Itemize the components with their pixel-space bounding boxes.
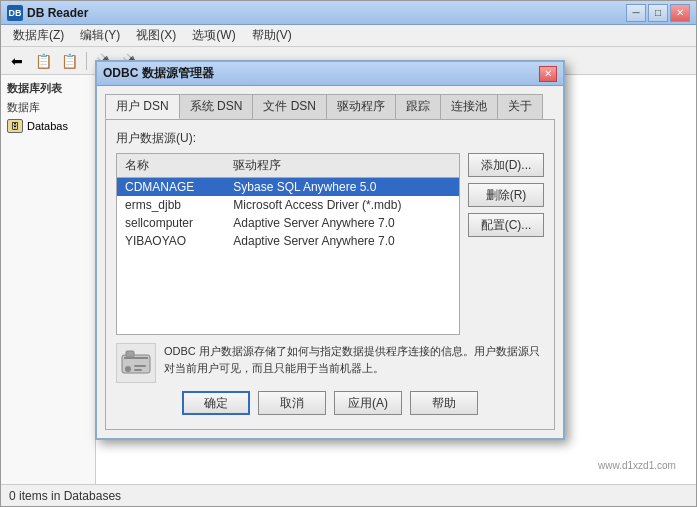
sidebar-label: 数据库列表 <box>1 79 95 98</box>
table-header-row: 名称 驱动程序 <box>117 154 459 178</box>
dialog-body: 用户 DSN 系统 DSN 文件 DSN 驱动程序 跟踪 连接池 关于 用户数据… <box>97 86 563 438</box>
info-section: ODBC 用户数据源存储了如何与指定数据提供程序连接的信息。用户数据源只对当前用… <box>116 343 544 383</box>
info-description: ODBC 用户数据源存储了如何与指定数据提供程序连接的信息。用户数据源只对当前用… <box>164 343 544 376</box>
row-driver: Adaptive Server Anywhere 7.0 <box>225 214 459 232</box>
col-name: 名称 <box>117 154 225 178</box>
section-label: 用户数据源(U): <box>116 130 544 147</box>
row-name: erms_djbb <box>117 196 225 214</box>
dsn-table-container: 名称 驱动程序 CDMANAGE Sybase SQL Anywhere 5.0 <box>116 153 460 335</box>
toolbar-btn-1[interactable]: ⬅ <box>5 50 29 72</box>
row-driver: Adaptive Server Anywhere 7.0 <box>225 232 459 250</box>
close-button[interactable]: ✕ <box>670 4 690 22</box>
tab-file-dsn[interactable]: 文件 DSN <box>252 94 327 119</box>
cancel-button[interactable]: 取消 <box>258 391 326 415</box>
sidebar-section: 数据库 <box>1 98 95 117</box>
tab-content: 用户数据源(U): 名称 驱动程序 <box>105 119 555 430</box>
tab-bar: 用户 DSN 系统 DSN 文件 DSN 驱动程序 跟踪 连接池 关于 <box>105 94 555 119</box>
svg-rect-2 <box>124 357 148 359</box>
add-button[interactable]: 添加(D)... <box>468 153 544 177</box>
info-icon <box>116 343 156 383</box>
toolbar-separator <box>86 52 87 70</box>
tab-system-dsn[interactable]: 系统 DSN <box>179 94 254 119</box>
row-name: YIBAOYAO <box>117 232 225 250</box>
watermark: www.d1xzd1.com <box>577 445 697 485</box>
row-name: CDMANAGE <box>117 178 225 197</box>
dialog-title: ODBC 数据源管理器 <box>103 65 539 82</box>
svg-rect-1 <box>126 351 134 357</box>
tab-user-dsn[interactable]: 用户 DSN <box>105 94 180 119</box>
row-name: sellcomputer <box>117 214 225 232</box>
watermark-text: www.d1xzd1.com <box>598 460 676 471</box>
sidebar-item-label: Databas <box>27 120 68 132</box>
row-driver: Sybase SQL Anywhere 5.0 <box>225 178 459 197</box>
configure-button[interactable]: 配置(C)... <box>468 213 544 237</box>
apply-button[interactable]: 应用(A) <box>334 391 402 415</box>
tab-connection-pool[interactable]: 连接池 <box>440 94 498 119</box>
tab-tracing[interactable]: 跟踪 <box>395 94 441 119</box>
tab-about[interactable]: 关于 <box>497 94 543 119</box>
menu-view[interactable]: 视图(X) <box>128 25 184 46</box>
dialog-title-bar: ODBC 数据源管理器 ✕ <box>97 62 563 86</box>
odbc-dialog: ODBC 数据源管理器 ✕ 用户 DSN 系统 DSN 文件 DSN 驱动程序 … <box>95 60 565 440</box>
table-row[interactable]: sellcomputer Adaptive Server Anywhere 7.… <box>117 214 459 232</box>
menu-bar: 数据库(Z) 编辑(Y) 视图(X) 选项(W) 帮助(V) <box>1 25 696 47</box>
table-row[interactable]: erms_djbb Microsoft Access Driver (*.mdb… <box>117 196 459 214</box>
maximize-button[interactable]: □ <box>648 4 668 22</box>
status-text: 0 items in Databases <box>9 489 121 503</box>
app-icon: DB <box>7 5 23 21</box>
ok-button[interactable]: 确定 <box>182 391 250 415</box>
dsn-table: 名称 驱动程序 CDMANAGE Sybase SQL Anywhere 5.0 <box>117 154 459 250</box>
window-controls: ─ □ ✕ <box>626 4 690 22</box>
database-icon: 🗄 <box>7 119 23 133</box>
window-title: DB Reader <box>27 6 622 20</box>
menu-options[interactable]: 选项(W) <box>184 25 243 46</box>
bottom-buttons: 确定 取消 应用(A) 帮助 <box>116 383 544 419</box>
dialog-overlay: ODBC 数据源管理器 ✕ 用户 DSN 系统 DSN 文件 DSN 驱动程序 … <box>95 60 565 440</box>
help-button[interactable]: 帮助 <box>410 391 478 415</box>
tab-drivers[interactable]: 驱动程序 <box>326 94 396 119</box>
toolbar-btn-3[interactable]: 📋 <box>57 50 81 72</box>
svg-point-3 <box>125 366 131 372</box>
sidebar-item-database[interactable]: 🗄 Databas <box>1 117 95 135</box>
row-driver: Microsoft Access Driver (*.mdb) <box>225 196 459 214</box>
sidebar: 数据库列表 数据库 🗄 Databas <box>1 75 96 484</box>
table-row[interactable]: YIBAOYAO Adaptive Server Anywhere 7.0 <box>117 232 459 250</box>
title-bar: DB DB Reader ─ □ ✕ <box>1 1 696 25</box>
svg-rect-4 <box>134 365 146 367</box>
menu-edit[interactable]: 编辑(Y) <box>72 25 128 46</box>
dialog-close-button[interactable]: ✕ <box>539 66 557 82</box>
toolbar-btn-2[interactable]: 📋 <box>31 50 55 72</box>
status-bar: 0 items in Databases <box>1 484 696 506</box>
minimize-button[interactable]: ─ <box>626 4 646 22</box>
menu-database[interactable]: 数据库(Z) <box>5 25 72 46</box>
remove-button[interactable]: 删除(R) <box>468 183 544 207</box>
right-buttons: 添加(D)... 删除(R) 配置(C)... <box>468 153 544 335</box>
menu-help[interactable]: 帮助(V) <box>244 25 300 46</box>
dsn-content-row: 名称 驱动程序 CDMANAGE Sybase SQL Anywhere 5.0 <box>116 153 544 335</box>
svg-rect-5 <box>134 369 142 371</box>
col-driver: 驱动程序 <box>225 154 459 178</box>
table-row[interactable]: CDMANAGE Sybase SQL Anywhere 5.0 <box>117 178 459 197</box>
